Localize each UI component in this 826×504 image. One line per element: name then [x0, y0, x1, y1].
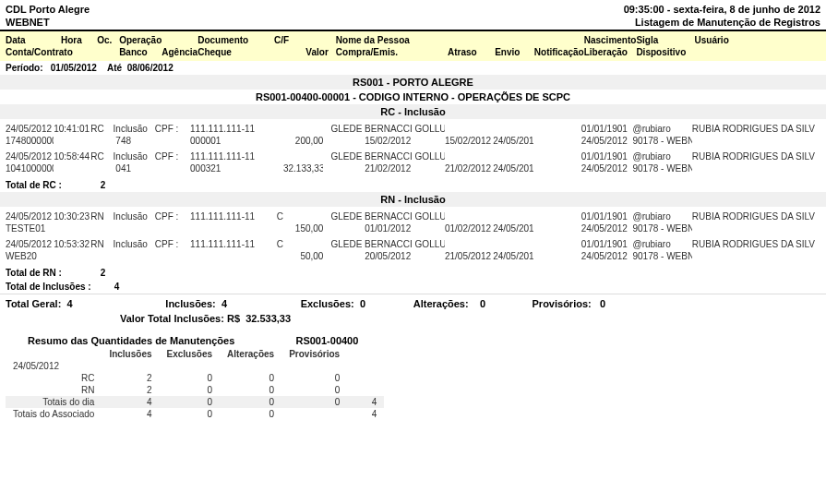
- valor-total: Valor Total Inclusões: R$ 32.533,33: [0, 313, 826, 326]
- col-notif: Notificação: [534, 47, 584, 57]
- record-row: 24/05/201210:41:01RCInclusãoCPF :111.111…: [0, 123, 826, 135]
- col-nasc: Nascimento: [584, 35, 637, 45]
- band-entidade: RS001 - PORTO ALEGRE: [0, 75, 826, 90]
- record-row-sub: TESTE01150,0001/01/201201/02/201224/05/2…: [0, 222, 826, 234]
- band-rc: RC - Inclusão: [0, 104, 826, 119]
- col-oc: Oc.: [97, 35, 112, 45]
- header-timestamp: 09:35:00 - sexta-feira, 8 de junho de 20…: [624, 3, 820, 16]
- col-hora: Hora: [61, 35, 82, 45]
- col-usuario: Usuário: [695, 35, 729, 45]
- col-banco: Banco: [119, 47, 148, 57]
- col-nome: Nome da Pessoa: [336, 35, 410, 45]
- col-disp: Dispositivo: [636, 47, 686, 57]
- col-lib: Liberação: [584, 47, 628, 57]
- inclusoes-total: Total de Inclusões : 4: [0, 280, 826, 294]
- col-data: Data: [6, 35, 26, 45]
- resumo-row: Totais do Associado4004: [6, 408, 384, 420]
- col-sigla: Sigla: [636, 35, 658, 45]
- col-valor: Valor: [305, 47, 328, 57]
- record-row-sub: WEB2050,0020/05/201221/05/201224/05/2012…: [0, 250, 826, 262]
- report-title: Listagem de Manutenção de Registros: [624, 16, 820, 29]
- resumo-row: RN2000: [6, 384, 384, 396]
- periodo-line: Período: 01/05/2012 Até 08/06/2012: [0, 61, 826, 75]
- record-row-sub: 10410000000321 04100032132.133,3321/02/2…: [0, 162, 826, 174]
- total-geral: Total Geral: 4 Inclusões: 4 Exclusões: 0…: [0, 294, 826, 313]
- rn-total: Total de RN : 2: [0, 266, 826, 280]
- col-cpf: C/F: [274, 35, 289, 45]
- band-associado: RS001-00400-00001 - CODIGO INTERNO - OPE…: [0, 90, 826, 104]
- record-row-sub: 17480000000001 748000001200,0015/02/2012…: [0, 135, 826, 147]
- resumo-title: Resumo das Quantidades de Manutenções RS…: [0, 326, 826, 348]
- resumo-row: Totais do dia40004: [6, 396, 384, 408]
- rc-total: Total de RC : 2: [0, 178, 826, 192]
- record-row: 24/05/201210:30:23RNInclusãoCPF :111.111…: [0, 210, 826, 222]
- col-compra: Compra/Emis.: [336, 47, 398, 57]
- record-row: 24/05/201210:53:32RNInclusãoCPF :111.111…: [0, 238, 826, 250]
- col-oper: Operação: [119, 35, 162, 45]
- record-row: 24/05/201210:58:44RCInclusãoCPF :111.111…: [0, 150, 826, 162]
- band-rn: RN - Inclusão: [0, 192, 826, 207]
- resumo-row: RC2000: [6, 372, 384, 384]
- org-name: CDL Porto Alegre: [6, 3, 90, 16]
- report-header: CDL Porto Alegre WEBNET 09:35:00 - sexta…: [0, 0, 826, 31]
- system-name: WEBNET: [6, 16, 90, 29]
- resumo-table: Inclusões Exclusões Alterações Provisóri…: [6, 348, 384, 420]
- col-doc: Documento: [198, 35, 248, 45]
- col-atraso: Atraso: [448, 47, 477, 57]
- col-cheque: Cheque: [198, 47, 232, 57]
- col-envio: Envio: [495, 47, 520, 57]
- column-headers: Data Conta/Contrato Hora Oc. Operação Ba…: [0, 31, 826, 61]
- col-agen: Agência: [162, 47, 198, 57]
